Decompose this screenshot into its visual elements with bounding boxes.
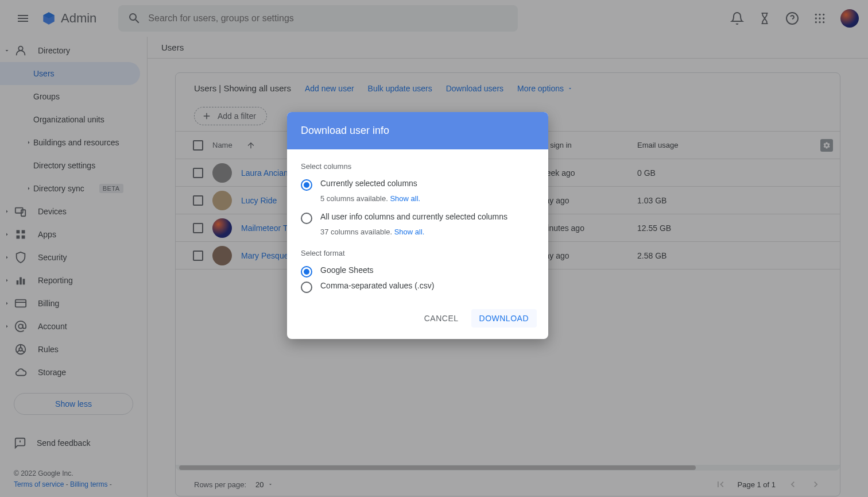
radio-icon: [301, 266, 312, 278]
cancel-button[interactable]: CANCEL: [416, 309, 467, 328]
radio-selected-columns[interactable]: Currently selected columns: [301, 179, 534, 191]
show-all-link[interactable]: Show all.: [394, 228, 425, 236]
modal-title: Download user info: [287, 112, 548, 149]
radio-all-columns[interactable]: All user info columns and currently sele…: [301, 212, 534, 224]
radio-icon: [301, 179, 312, 191]
radio-csv[interactable]: Comma-separated values (.csv): [301, 281, 534, 293]
download-button[interactable]: DOWNLOAD: [471, 309, 537, 328]
radio-google-sheets[interactable]: Google Sheets: [301, 265, 534, 278]
show-all-link[interactable]: Show all.: [390, 194, 420, 203]
radio-sub-1: 5 columns available. Show all.: [320, 194, 534, 203]
select-columns-label: Select columns: [301, 162, 534, 171]
radio-icon: [301, 282, 312, 293]
select-format-label: Select format: [301, 249, 534, 257]
radio-sub-2: 37 columns available. Show all.: [320, 228, 534, 236]
radio-icon: [301, 213, 312, 224]
download-modal: Download user info Select columns Curren…: [287, 112, 548, 339]
